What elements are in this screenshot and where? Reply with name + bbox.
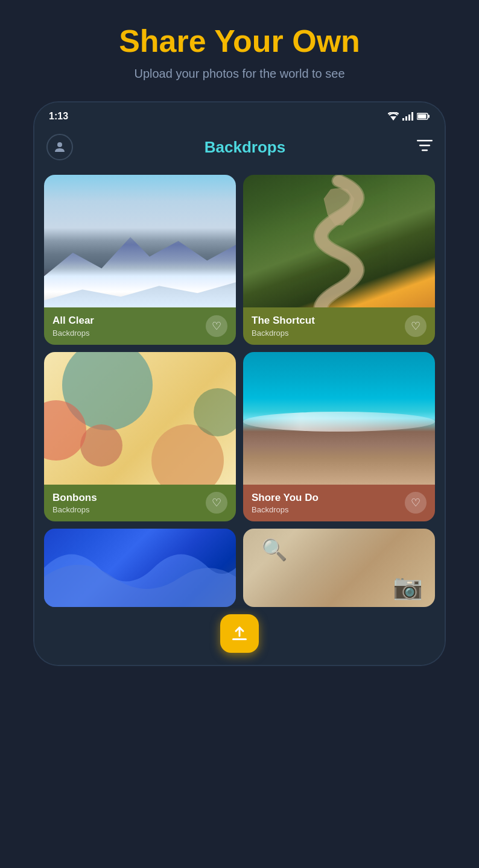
avatar-icon[interactable] [46, 134, 73, 160]
svg-rect-12 [232, 638, 247, 640]
status-time: 1:13 [49, 111, 68, 122]
phone-frame: 1:13 [34, 102, 445, 665]
heart-icon-2: ♡ [411, 319, 420, 333]
wifi-icon [388, 112, 399, 121]
app-logo: Backdrops [205, 138, 285, 157]
shore-you-do-footer: Shore You Do Backdrops ♡ [243, 485, 435, 521]
card-grid: All Clear Backdrops ♡ [34, 170, 445, 617]
signal-icon [402, 112, 413, 121]
shore-you-do-subtitle: Backdrops [252, 505, 319, 514]
card-the-shortcut[interactable]: The Shortcut Backdrops ♡ [243, 175, 435, 344]
the-shortcut-image [243, 175, 435, 307]
svg-marker-0 [390, 116, 396, 121]
card-all-clear[interactable]: All Clear Backdrops ♡ [44, 175, 236, 344]
all-clear-heart-button[interactable]: ♡ [206, 315, 227, 337]
shore-you-do-heart-button[interactable]: ♡ [405, 492, 427, 514]
svg-rect-2 [405, 116, 407, 121]
svg-rect-1 [402, 118, 404, 121]
shore-you-do-title: Shore You Do [252, 492, 319, 504]
the-shortcut-subtitle: Backdrops [252, 329, 315, 338]
card-shore-you-do[interactable]: Shore You Do Backdrops ♡ [243, 352, 435, 521]
heart-icon: ♡ [212, 319, 221, 333]
upload-fab-button[interactable] [220, 614, 259, 653]
all-clear-subtitle: Backdrops [52, 329, 94, 338]
svg-rect-4 [411, 112, 413, 121]
upload-icon [231, 625, 248, 642]
the-shortcut-footer: The Shortcut Backdrops ♡ [243, 307, 435, 344]
heart-icon-4: ♡ [411, 496, 420, 509]
card-blue-wave[interactable] [44, 529, 236, 607]
bonbons-subtitle: Backdrops [52, 505, 97, 514]
all-clear-title: All Clear [52, 315, 94, 327]
card-bonbons[interactable]: Bonbons Backdrops ♡ [44, 352, 236, 521]
svg-rect-7 [418, 115, 427, 119]
status-icons [388, 112, 430, 121]
bonbons-image [44, 352, 236, 485]
hero-subtitle: Upload your photos for the world to see [134, 67, 344, 81]
all-clear-footer: All Clear Backdrops ♡ [44, 307, 236, 344]
hero-title: Share Your Own [119, 24, 360, 58]
app-header: Backdrops [34, 128, 445, 170]
the-shortcut-title: The Shortcut [252, 315, 315, 327]
heart-icon-3: ♡ [212, 496, 221, 509]
battery-icon [417, 113, 430, 120]
blue-wave-image [44, 529, 236, 607]
card-map[interactable] [243, 529, 435, 607]
svg-rect-3 [408, 115, 410, 121]
map-image [243, 529, 435, 607]
svg-rect-11 [422, 149, 428, 151]
svg-point-8 [57, 142, 62, 147]
the-shortcut-heart-button[interactable]: ♡ [405, 315, 427, 337]
bonbons-footer: Bonbons Backdrops ♡ [44, 485, 236, 521]
svg-rect-10 [419, 145, 430, 146]
bonbons-title: Bonbons [52, 492, 97, 504]
status-bar: 1:13 [34, 102, 445, 128]
svg-rect-6 [428, 115, 430, 118]
shore-you-do-image [243, 352, 435, 485]
filter-icon[interactable] [417, 139, 433, 155]
all-clear-image [44, 175, 236, 307]
svg-rect-9 [417, 140, 433, 142]
bonbons-heart-button[interactable]: ♡ [206, 492, 227, 514]
